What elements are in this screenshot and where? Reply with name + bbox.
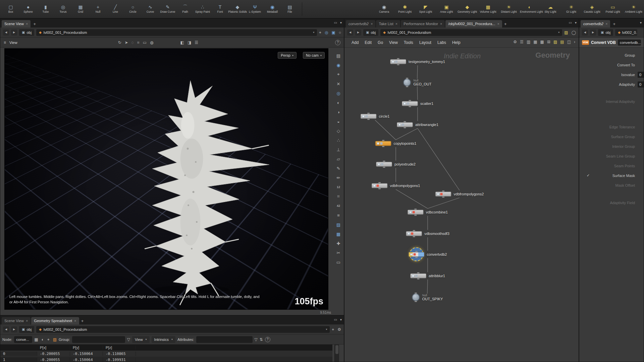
split-view-icon[interactable]: ◫ bbox=[567, 40, 571, 44]
viewport-3d[interactable]: Persp▾ No cam▾ Left mouse tumbles. Middl… bbox=[4, 48, 328, 310]
intrinsics-dropdown[interactable]: Intrinsics ▾ bbox=[152, 336, 175, 343]
node-chip[interactable]: ◆ lvl002_0... bbox=[615, 29, 637, 36]
checkbox-checked-icon[interactable]: ✓ bbox=[587, 173, 590, 178]
param-row[interactable]: Convert To bbox=[579, 60, 644, 70]
chevron-down-icon[interactable]: ▾ bbox=[313, 31, 314, 34]
new-pane-icon[interactable]: ⊞ bbox=[547, 40, 550, 44]
pane-menu-icon[interactable]: ▾ bbox=[575, 21, 577, 24]
normals-icon[interactable]: ⊥ bbox=[334, 145, 343, 154]
creature-model[interactable] bbox=[5, 49, 328, 309]
vdbfrompolygons1[interactable]: vdbfrompolygons1 bbox=[372, 183, 420, 188]
GEO_OUT[interactable]: Null GEO_OUT bbox=[403, 78, 432, 86]
shelf-tool-button[interactable]: ◆ Platonic Solids bbox=[229, 0, 246, 18]
uv-view-icon[interactable]: ▱ bbox=[334, 154, 343, 164]
node-body[interactable] bbox=[412, 293, 420, 301]
menu-item[interactable]: View bbox=[386, 40, 401, 45]
pane-tear-icon[interactable]: ▤ bbox=[334, 51, 343, 60]
shelf-light-button[interactable]: ◤ Spot Light bbox=[415, 0, 436, 18]
param-value-field[interactable]: 0 bbox=[638, 72, 644, 78]
display-options-icon[interactable]: ☰ bbox=[195, 40, 198, 45]
spreadsheet-tab[interactable]: Geometry Spreadsheet × bbox=[31, 317, 79, 324]
pane-menu-icon[interactable]: ▾ bbox=[640, 21, 642, 24]
points-display-icon[interactable]: ∴ bbox=[334, 135, 343, 145]
new-tab-button[interactable]: + bbox=[79, 317, 86, 324]
flat-shade-icon[interactable]: ◒ bbox=[334, 117, 343, 126]
node-body[interactable] bbox=[397, 122, 413, 127]
polyextrude2[interactable]: polyextrude2 bbox=[376, 162, 416, 167]
network-tab[interactable]: Take List × bbox=[376, 20, 400, 27]
param-value-field[interactable]: 0 bbox=[638, 81, 644, 87]
menu-item[interactable]: Add bbox=[348, 40, 362, 45]
param-row[interactable]: Internal Adaptivity bbox=[579, 97, 644, 106]
close-icon[interactable]: × bbox=[371, 22, 373, 26]
param-row[interactable]: Edge Tolerance bbox=[579, 122, 644, 132]
close-icon[interactable]: × bbox=[26, 319, 28, 323]
shelf-tool-button[interactable]: ✎ Draw Curve bbox=[159, 0, 176, 18]
pane-menu-icon[interactable]: ▾ bbox=[340, 318, 342, 321]
shelf-tool-button[interactable]: ● Sphere bbox=[19, 0, 37, 18]
node-body[interactable] bbox=[409, 252, 425, 257]
shelf-light-button[interactable]: ☁ Sky Light bbox=[540, 0, 561, 18]
param-row[interactable]: Adaptivity Field bbox=[579, 198, 644, 207]
handles-icon[interactable]: ✚ bbox=[334, 239, 343, 248]
color-swatch-icon[interactable]: ▨ bbox=[53, 337, 57, 342]
menu-item[interactable]: Labs bbox=[434, 40, 449, 45]
shelf-light-button[interactable]: ✱ Point Light bbox=[394, 0, 415, 18]
node-path-dropdown[interactable]: ◆ lvl002_001_Proceduralism ▾ bbox=[380, 29, 562, 36]
node-body[interactable] bbox=[402, 101, 418, 106]
shelf-tool-button[interactable]: ⌒ Path bbox=[176, 0, 194, 18]
volume-preview-icon[interactable]: ▩ bbox=[334, 229, 343, 239]
node-path-dropdown[interactable]: ◆ lvl002_001_Proceduralism ▾ bbox=[36, 29, 317, 36]
shelf-light-button[interactable]: ✳ GI Light bbox=[561, 0, 582, 18]
close-icon[interactable]: × bbox=[395, 22, 397, 26]
help-icon[interactable]: ? bbox=[335, 40, 340, 45]
pane-maximize-icon[interactable]: ▭ bbox=[569, 21, 572, 24]
back-button[interactable]: ◀ bbox=[3, 326, 9, 333]
node-body[interactable] bbox=[390, 59, 406, 64]
pin-icon[interactable]: ⌖ bbox=[47, 337, 50, 342]
shelf-light-button[interactable]: ◐ Environment Light bbox=[519, 0, 540, 18]
node-body[interactable] bbox=[372, 183, 388, 188]
copytopoints1[interactable]: copytopoints1 bbox=[375, 141, 417, 146]
scatter1[interactable]: scatter1 bbox=[402, 101, 433, 106]
menu-item[interactable]: Tools bbox=[401, 40, 416, 45]
pin-icon[interactable]: ⌖ bbox=[332, 327, 334, 332]
new-tab-button[interactable]: + bbox=[31, 20, 38, 27]
chevron-down-icon[interactable]: ▾ bbox=[558, 31, 559, 34]
attribwrangle1[interactable]: attribwrangle1 bbox=[397, 122, 438, 127]
lasso-select-icon[interactable]: ◌ bbox=[131, 40, 134, 45]
context-chip[interactable]: ▣ obj bbox=[363, 29, 378, 36]
lod-value[interactable]: 12 bbox=[334, 182, 343, 192]
param-row[interactable]: ✓ Surface Mask bbox=[579, 171, 644, 180]
sort-icon[interactable]: ⇅ bbox=[260, 337, 263, 342]
node-body[interactable] bbox=[408, 210, 424, 215]
close-icon[interactable]: × bbox=[440, 22, 442, 26]
shelf-tool-button[interactable]: ∴ Spray Paint bbox=[194, 0, 211, 18]
overflow-icon[interactable]: › bbox=[574, 40, 575, 44]
close-icon[interactable]: × bbox=[497, 22, 499, 26]
spreadsheet-tab[interactable]: Scene View × bbox=[2, 317, 31, 324]
template-icon[interactable]: ◐ bbox=[42, 337, 44, 342]
ruler-icon[interactable]: ≡ bbox=[334, 210, 343, 220]
snapshot-icon[interactable]: ▣ bbox=[331, 30, 335, 35]
shelf-light-button[interactable]: ▭ Portal Light bbox=[602, 0, 623, 18]
param-row[interactable]: Seam Points bbox=[579, 161, 644, 171]
back-button[interactable]: ◀ bbox=[3, 29, 9, 36]
new-tab-button[interactable]: + bbox=[611, 20, 618, 27]
shelf-light-button[interactable]: ◉ Camera bbox=[374, 0, 394, 18]
color-palette-icon[interactable]: ▨ bbox=[553, 40, 557, 44]
circle1[interactable]: circle1 bbox=[361, 114, 390, 119]
node-body[interactable] bbox=[361, 114, 377, 119]
subdiv-value[interactable]: 42 bbox=[334, 201, 343, 210]
material-preview-icon[interactable]: ▨ bbox=[334, 220, 343, 229]
table-row[interactable]: 1 -0.200055 -0.150064 -0.109931 bbox=[0, 357, 332, 362]
node-body[interactable] bbox=[376, 162, 392, 167]
wireframe-icon[interactable]: ◇ bbox=[334, 126, 343, 135]
forward-button[interactable]: ▶ bbox=[11, 326, 17, 333]
gear-icon[interactable]: ⚙ bbox=[337, 327, 341, 332]
shelf-light-button[interactable]: ◆ Geometry Light bbox=[457, 0, 478, 18]
shelf-tool-button[interactable]: T Font bbox=[211, 0, 229, 18]
filter-icon[interactable]: ▽ bbox=[255, 337, 258, 342]
attribblur1[interactable]: attribblur1 bbox=[410, 274, 445, 279]
camera-dropdown[interactable]: No cam▾ bbox=[303, 52, 325, 59]
